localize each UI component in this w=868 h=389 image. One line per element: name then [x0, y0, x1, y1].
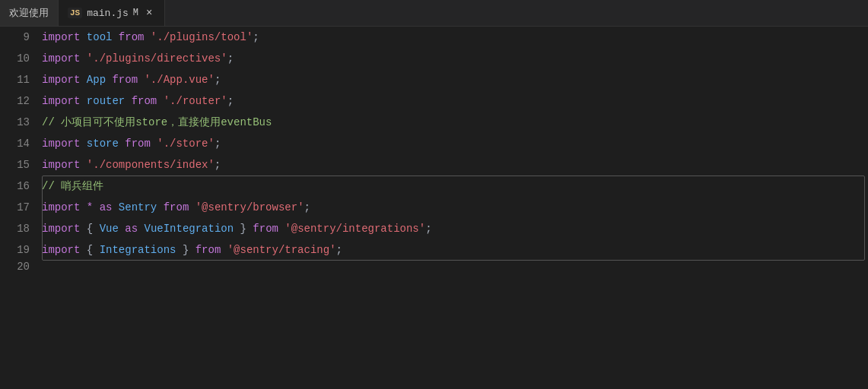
token-str: './components/index'	[87, 159, 215, 171]
tab-main-filename: main.js	[87, 8, 129, 19]
line-number: 19	[0, 244, 42, 256]
tab-main[interactable]: JS main.js M ×	[59, 0, 165, 26]
token-id-default: App	[87, 74, 106, 86]
token-plain	[112, 201, 118, 213]
line-number: 15	[0, 159, 42, 171]
token-comment-zh: // 哨兵组件	[42, 180, 103, 192]
code-line: 11import App from './App.vue';	[0, 69, 868, 90]
token-id-default: router	[87, 95, 125, 107]
token-comment-zh: // 小项目可不使用store，直接使用eventBus	[42, 116, 272, 128]
token-kw: import	[42, 201, 80, 213]
token-plain	[80, 74, 86, 86]
token-id-default: Sentry	[119, 201, 157, 213]
token-str: './App.vue'	[144, 74, 214, 86]
line-code: // 小项目可不使用store，直接使用eventBus	[42, 112, 868, 133]
token-kw: from	[119, 31, 145, 43]
token-plain	[80, 223, 86, 235]
token-plain	[80, 244, 86, 256]
token-punct: ;	[253, 31, 259, 43]
token-punct: ;	[215, 138, 221, 150]
token-str: '@sentry/browser'	[196, 201, 304, 213]
token-str: '@sentry/tracing'	[227, 244, 336, 256]
token-punct: ;	[227, 95, 234, 107]
token-str: './router'	[164, 95, 227, 107]
token-plain	[234, 223, 240, 235]
line-code: import tool from './plugins/tool';	[42, 27, 868, 48]
token-plain	[93, 201, 99, 213]
line-code: import { Integrations } from '@sentry/tr…	[42, 239, 868, 261]
token-id-default: tool	[87, 31, 113, 43]
token-kw: from	[164, 201, 189, 213]
line-code: import * as Sentry from '@sentry/browser…	[42, 197, 868, 218]
code-line: 9import tool from './plugins/tool';	[0, 27, 868, 48]
token-kw: import	[42, 138, 80, 150]
token-kw: from	[112, 74, 138, 86]
token-kw: import	[42, 223, 80, 235]
code-line: 12import router from './router';	[0, 90, 868, 112]
line-code: import './plugins/directives';	[42, 48, 868, 69]
code-line: 15import './components/index';	[0, 154, 868, 176]
code-line: 20	[0, 261, 868, 282]
token-plain	[221, 244, 227, 256]
line-number: 14	[0, 138, 42, 150]
code-line: 13// 小项目可不使用store，直接使用eventBus	[0, 112, 868, 133]
token-kw: import	[42, 159, 80, 171]
token-plain	[80, 31, 86, 43]
line-code: // 哨兵组件	[42, 176, 868, 197]
line-number: 11	[0, 74, 42, 86]
token-id-default: Integrations	[100, 244, 176, 256]
code-line: 17import * as Sentry from '@sentry/brows…	[0, 197, 868, 218]
code-line: 18import { Vue as VueIntegration } from …	[0, 218, 868, 239]
token-plain	[112, 31, 118, 43]
token-plain	[176, 244, 182, 256]
tab-welcome[interactable]: 欢迎使用	[0, 0, 59, 26]
token-brace: }	[240, 223, 246, 235]
token-str: './plugins/directives'	[87, 52, 227, 65]
token-id-default: VueIntegration	[144, 223, 234, 235]
token-punct: ;	[227, 52, 234, 65]
token-kw: from	[125, 138, 151, 150]
line-number: 18	[0, 223, 42, 235]
token-punct: ;	[304, 201, 310, 213]
token-punct: ;	[336, 244, 342, 256]
code-line: 19import { Integrations } from '@sentry/…	[0, 239, 868, 261]
token-id-default: Vue	[100, 223, 119, 235]
tab-close-button[interactable]: ×	[143, 5, 155, 21]
token-brace: {	[87, 244, 93, 256]
token-kw: import	[42, 31, 80, 43]
line-code: import './components/index';	[42, 154, 868, 176]
token-str: '@sentry/integrations'	[285, 223, 425, 235]
token-kw: import	[42, 244, 80, 256]
token-plain	[80, 201, 86, 213]
token-plain	[80, 159, 86, 171]
line-number: 17	[0, 201, 42, 213]
token-plain	[157, 201, 163, 213]
code-line: 16// 哨兵组件	[0, 176, 868, 197]
token-kw: import	[42, 95, 80, 107]
token-id-default: store	[87, 138, 119, 150]
token-kw: from	[253, 223, 278, 235]
token-plain	[93, 244, 99, 256]
line-number: 13	[0, 116, 42, 128]
token-kw: from	[132, 95, 157, 107]
line-code: import App from './App.vue';	[42, 69, 868, 90]
token-punct: ;	[215, 159, 221, 171]
js-file-icon: JS	[68, 8, 82, 18]
token-plain	[93, 223, 99, 235]
token-plain	[125, 95, 131, 107]
token-punct: ;	[215, 74, 221, 86]
token-plain	[80, 95, 86, 107]
token-plain	[119, 223, 125, 235]
line-code: import { Vue as VueIntegration } from '@…	[42, 218, 868, 239]
token-str: './plugins/tool'	[151, 31, 253, 43]
token-kw: as	[125, 223, 138, 235]
token-kw: from	[196, 244, 221, 256]
token-plain	[151, 138, 157, 150]
token-star: *	[87, 201, 93, 213]
token-plain	[119, 138, 125, 150]
token-str: './store'	[157, 138, 215, 150]
editor-content: 9import tool from './plugins/tool';10imp…	[0, 27, 868, 389]
token-kw: import	[42, 74, 80, 86]
tab-bar: 欢迎使用 JS main.js M ×	[0, 0, 868, 27]
token-brace: {	[87, 223, 93, 235]
